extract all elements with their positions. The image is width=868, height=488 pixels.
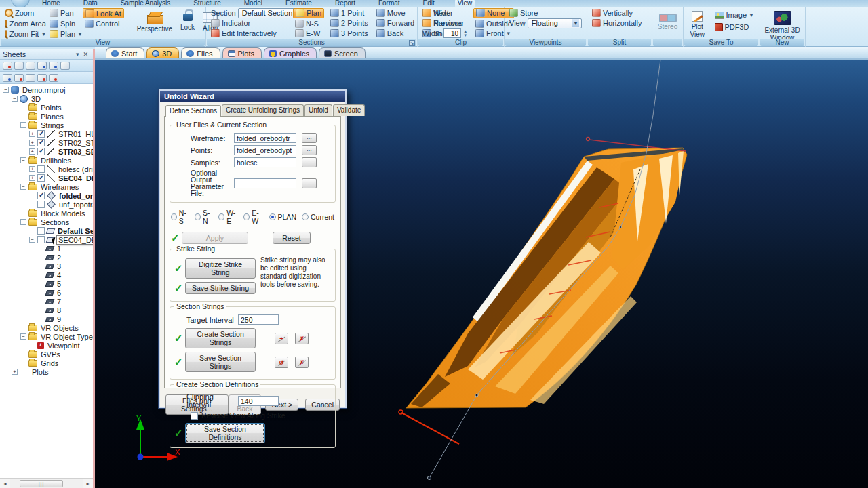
tree-item-5[interactable]: 5 [0,279,93,288]
points-browse-button[interactable]: ... [302,145,317,155]
sections-dialog-launcher[interactable]: ↘ [409,40,415,46]
ribbon-tab-format[interactable]: Format [376,0,403,7]
tree-item-2[interactable]: 2 [0,253,93,262]
expander-minus-icon[interactable]: − [20,333,26,340]
ribbon-tab-estimate[interactable]: Estimate [283,0,315,7]
radio-plan[interactable]: PLAN [269,213,296,221]
tree-item-planes[interactable]: Planes [0,112,93,121]
save-strike-string-button[interactable]: Save Strike String [185,282,256,294]
zoom-area-button[interactable]: Zoom Area [3,19,45,28]
edit-string-button[interactable]: ↺ [275,357,288,368]
optional-output-input[interactable] [234,178,296,188]
tree-item-str01-hul[interactable]: +STR01_HUL [0,129,93,138]
radio-dot-w-e[interactable] [218,214,224,220]
tree-item-gvps[interactable]: GVPs [0,350,93,359]
viewpoint-select[interactable]: Floating▼ [528,18,582,28]
doc-tab-files[interactable]: Files [181,47,220,58]
external-3d-window-button[interactable]: External 3D Window [762,8,802,41]
open-sheet-icon[interactable] [14,62,24,70]
zoom-fit-button[interactable]: Zoom Fit▼ [3,29,45,39]
tree-item-7[interactable]: 7 [0,297,93,306]
target-interval-input[interactable]: 250 [238,314,279,325]
tree-item-3[interactable]: 3 [0,262,93,270]
dialog-title-bar[interactable]: Unfold Wizard [160,91,345,102]
expander-plus-icon[interactable]: + [29,175,35,181]
tree-item-unf-topotr[interactable]: unf_topotr/ [0,200,93,209]
load-data-icon[interactable] [3,74,12,82]
radio-current[interactable]: Current [302,213,334,221]
tree-item-wireframes[interactable]: −Wireframes [0,182,93,191]
doc-tab-plots[interactable]: Plots [222,47,262,58]
tree-item-drillholes[interactable]: −Drillholes [0,156,93,165]
two-points-button[interactable]: 2 Points [328,18,370,28]
back-button[interactable]: Back [374,28,416,38]
dialog-tab-create-unfolding-strings[interactable]: Create Unfolding Strings [222,104,304,116]
split-horizontally-button[interactable]: Horizontally [590,18,649,28]
perspective-button[interactable]: Perspective [135,8,174,38]
pan-button[interactable]: Pan [47,8,80,18]
expander-plus-icon[interactable]: + [29,140,35,146]
ribbon-tab-model[interactable]: Model [241,0,265,7]
add-string-button[interactable]: + [275,333,288,344]
samples-input[interactable]: holesc [234,157,296,167]
tree-item-vr-object-types[interactable]: −VR Object Types [0,332,93,341]
tree-item-4[interactable]: 4 [0,270,93,279]
paste-sheet-icon[interactable] [49,62,58,70]
width-spinner[interactable]: ▲▼ [463,29,467,37]
tree-item-str03-sec[interactable]: +STR03_SEC [0,147,93,156]
wireframe-browse-button[interactable]: ... [302,133,317,143]
scroll-right-icon[interactable]: ▸ [83,479,93,488]
digitize-strike-string-button[interactable]: Digitize Strike String [185,258,256,279]
filter-remove-icon[interactable] [49,74,58,82]
tree-item-vr-objects[interactable]: VR Objects [0,323,93,332]
tree-item-strings[interactable]: −Strings [0,121,93,129]
visibility-checkbox[interactable] [37,148,45,155]
look-at-button[interactable]: Look At [83,8,124,18]
radio-e-w[interactable]: E-W [243,209,263,225]
width-input[interactable]: 10 [443,28,461,38]
forward-button[interactable]: Forward [374,18,416,28]
expander-plus-icon[interactable]: + [29,148,35,155]
tree-item-viewpoint[interactable]: Viewpoint [0,341,93,350]
visibility-checkbox[interactable] [37,227,45,235]
radio-n-s[interactable]: N-S [171,209,189,225]
save-pdf3d-button[interactable]: PDF3D [713,22,757,32]
wireframe-input[interactable]: folded_orebodytr [234,133,296,143]
save-section-strings-button[interactable]: Save Section Strings [185,352,256,372]
store-button[interactable]: Store [507,8,584,18]
ns-section-button[interactable]: N-S [293,19,324,28]
reset-button[interactable]: Reset [273,232,311,244]
horizontal-scrollbar[interactable]: ◂ ||| ▸ [0,478,93,488]
move-button[interactable]: Move [374,8,416,18]
dialog-tab-unfold[interactable]: Unfold [304,104,332,116]
copy-sheet-icon[interactable] [37,62,47,70]
plan-section-button[interactable]: Plan [293,8,324,18]
visibility-checkbox[interactable] [37,165,45,173]
doc-tab-screen[interactable]: Screen [319,47,366,58]
ribbon-tab-edit[interactable]: Edit [420,0,437,7]
tree-item-points[interactable]: Points [0,103,93,112]
narrower-button[interactable]: Narrower [420,18,469,28]
apply-button[interactable]: Apply [182,232,248,244]
ribbon-tab-structure[interactable]: Structure [191,0,224,7]
expander-minus-icon[interactable]: − [20,122,26,128]
visibility-checkbox[interactable] [37,236,45,243]
visibility-checkbox[interactable] [37,201,45,208]
tree-item-sec04-def[interactable]: +SEC04_DEF [0,174,93,182]
scrollbar-thumb[interactable]: ||| [20,480,63,487]
clear-sheet-icon[interactable] [60,62,70,70]
tree-item-grids[interactable]: Grids [0,359,93,367]
close-icon[interactable]: ✕ [81,51,90,58]
points-input[interactable]: folded_orebodypt [234,145,296,155]
tree-item-9[interactable]: 9 [0,314,93,323]
application-menu-button[interactable] [11,0,30,7]
pin-icon[interactable]: ▾ [74,51,81,58]
clipping-interval-input[interactable]: 140 [238,396,279,406]
plan-view-button[interactable]: Plan▼ [47,29,85,39]
remove-data-icon[interactable] [37,74,47,82]
create-section-strings-button[interactable]: Create Section Strings [185,328,256,348]
expander-plus-icon[interactable]: + [29,131,35,137]
radio-dot-plan[interactable] [269,214,276,220]
tree-item-block-models[interactable]: Block Models [0,209,93,218]
tree-item-default-se[interactable]: Default Se [0,226,93,235]
